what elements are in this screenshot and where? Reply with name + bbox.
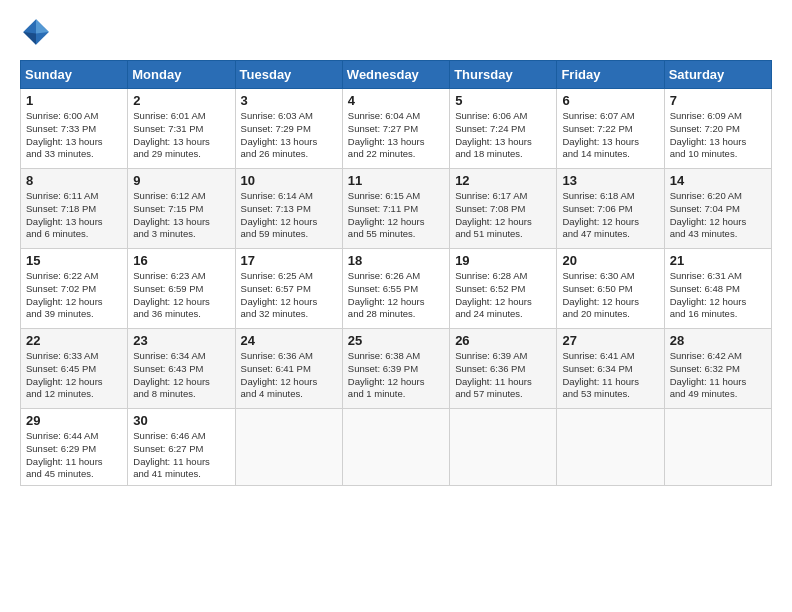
day-info: Sunrise: 6:25 AM Sunset: 6:57 PM Dayligh… [241,270,337,321]
calendar-header: SundayMondayTuesdayWednesdayThursdayFrid… [21,61,772,89]
empty-cell [342,409,449,486]
day-number: 15 [26,253,122,268]
day-number: 23 [133,333,229,348]
day-info: Sunrise: 6:04 AM Sunset: 7:27 PM Dayligh… [348,110,444,161]
day-number: 17 [241,253,337,268]
day-cell-7: 7Sunrise: 6:09 AM Sunset: 7:20 PM Daylig… [664,89,771,169]
day-info: Sunrise: 6:07 AM Sunset: 7:22 PM Dayligh… [562,110,658,161]
day-number: 8 [26,173,122,188]
day-info: Sunrise: 6:34 AM Sunset: 6:43 PM Dayligh… [133,350,229,401]
day-info: Sunrise: 6:01 AM Sunset: 7:31 PM Dayligh… [133,110,229,161]
week-row-5: 29Sunrise: 6:44 AM Sunset: 6:29 PM Dayli… [21,409,772,486]
calendar-table: SundayMondayTuesdayWednesdayThursdayFrid… [20,60,772,486]
weekday-header-wednesday: Wednesday [342,61,449,89]
day-info: Sunrise: 6:00 AM Sunset: 7:33 PM Dayligh… [26,110,122,161]
day-cell-14: 14Sunrise: 6:20 AM Sunset: 7:04 PM Dayli… [664,169,771,249]
week-row-4: 22Sunrise: 6:33 AM Sunset: 6:45 PM Dayli… [21,329,772,409]
weekday-header-thursday: Thursday [450,61,557,89]
day-cell-10: 10Sunrise: 6:14 AM Sunset: 7:13 PM Dayli… [235,169,342,249]
day-number: 7 [670,93,766,108]
day-info: Sunrise: 6:39 AM Sunset: 6:36 PM Dayligh… [455,350,551,401]
day-cell-21: 21Sunrise: 6:31 AM Sunset: 6:48 PM Dayli… [664,249,771,329]
page: SundayMondayTuesdayWednesdayThursdayFrid… [0,0,792,612]
day-info: Sunrise: 6:03 AM Sunset: 7:29 PM Dayligh… [241,110,337,161]
day-cell-3: 3Sunrise: 6:03 AM Sunset: 7:29 PM Daylig… [235,89,342,169]
day-cell-13: 13Sunrise: 6:18 AM Sunset: 7:06 PM Dayli… [557,169,664,249]
day-number: 18 [348,253,444,268]
day-info: Sunrise: 6:36 AM Sunset: 6:41 PM Dayligh… [241,350,337,401]
day-number: 26 [455,333,551,348]
week-row-1: 1Sunrise: 6:00 AM Sunset: 7:33 PM Daylig… [21,89,772,169]
day-cell-19: 19Sunrise: 6:28 AM Sunset: 6:52 PM Dayli… [450,249,557,329]
day-cell-2: 2Sunrise: 6:01 AM Sunset: 7:31 PM Daylig… [128,89,235,169]
day-number: 12 [455,173,551,188]
day-cell-23: 23Sunrise: 6:34 AM Sunset: 6:43 PM Dayli… [128,329,235,409]
weekday-header-friday: Friday [557,61,664,89]
day-info: Sunrise: 6:41 AM Sunset: 6:34 PM Dayligh… [562,350,658,401]
day-number: 4 [348,93,444,108]
header [20,16,772,48]
day-info: Sunrise: 6:26 AM Sunset: 6:55 PM Dayligh… [348,270,444,321]
day-info: Sunrise: 6:23 AM Sunset: 6:59 PM Dayligh… [133,270,229,321]
day-cell-1: 1Sunrise: 6:00 AM Sunset: 7:33 PM Daylig… [21,89,128,169]
day-cell-27: 27Sunrise: 6:41 AM Sunset: 6:34 PM Dayli… [557,329,664,409]
day-cell-4: 4Sunrise: 6:04 AM Sunset: 7:27 PM Daylig… [342,89,449,169]
day-cell-29: 29Sunrise: 6:44 AM Sunset: 6:29 PM Dayli… [21,409,128,486]
day-info: Sunrise: 6:22 AM Sunset: 7:02 PM Dayligh… [26,270,122,321]
day-number: 30 [133,413,229,428]
day-cell-16: 16Sunrise: 6:23 AM Sunset: 6:59 PM Dayli… [128,249,235,329]
day-number: 9 [133,173,229,188]
day-number: 5 [455,93,551,108]
day-info: Sunrise: 6:12 AM Sunset: 7:15 PM Dayligh… [133,190,229,241]
svg-marker-2 [23,32,36,45]
day-info: Sunrise: 6:14 AM Sunset: 7:13 PM Dayligh… [241,190,337,241]
day-cell-25: 25Sunrise: 6:38 AM Sunset: 6:39 PM Dayli… [342,329,449,409]
svg-marker-1 [36,19,49,33]
day-number: 21 [670,253,766,268]
day-number: 3 [241,93,337,108]
day-number: 14 [670,173,766,188]
day-cell-15: 15Sunrise: 6:22 AM Sunset: 7:02 PM Dayli… [21,249,128,329]
day-number: 24 [241,333,337,348]
day-cell-30: 30Sunrise: 6:46 AM Sunset: 6:27 PM Dayli… [128,409,235,486]
day-cell-28: 28Sunrise: 6:42 AM Sunset: 6:32 PM Dayli… [664,329,771,409]
empty-cell [557,409,664,486]
day-info: Sunrise: 6:15 AM Sunset: 7:11 PM Dayligh… [348,190,444,241]
day-cell-18: 18Sunrise: 6:26 AM Sunset: 6:55 PM Dayli… [342,249,449,329]
day-cell-12: 12Sunrise: 6:17 AM Sunset: 7:08 PM Dayli… [450,169,557,249]
day-number: 29 [26,413,122,428]
day-info: Sunrise: 6:28 AM Sunset: 6:52 PM Dayligh… [455,270,551,321]
day-number: 6 [562,93,658,108]
day-cell-20: 20Sunrise: 6:30 AM Sunset: 6:50 PM Dayli… [557,249,664,329]
empty-cell [235,409,342,486]
day-cell-22: 22Sunrise: 6:33 AM Sunset: 6:45 PM Dayli… [21,329,128,409]
day-cell-11: 11Sunrise: 6:15 AM Sunset: 7:11 PM Dayli… [342,169,449,249]
empty-cell [450,409,557,486]
day-number: 2 [133,93,229,108]
logo-icon [20,16,52,48]
day-info: Sunrise: 6:09 AM Sunset: 7:20 PM Dayligh… [670,110,766,161]
day-number: 10 [241,173,337,188]
day-cell-9: 9Sunrise: 6:12 AM Sunset: 7:15 PM Daylig… [128,169,235,249]
day-info: Sunrise: 6:46 AM Sunset: 6:27 PM Dayligh… [133,430,229,481]
day-cell-6: 6Sunrise: 6:07 AM Sunset: 7:22 PM Daylig… [557,89,664,169]
day-info: Sunrise: 6:42 AM Sunset: 6:32 PM Dayligh… [670,350,766,401]
weekday-header-tuesday: Tuesday [235,61,342,89]
day-number: 16 [133,253,229,268]
day-info: Sunrise: 6:30 AM Sunset: 6:50 PM Dayligh… [562,270,658,321]
day-cell-26: 26Sunrise: 6:39 AM Sunset: 6:36 PM Dayli… [450,329,557,409]
day-number: 22 [26,333,122,348]
empty-cell [664,409,771,486]
weekday-header-saturday: Saturday [664,61,771,89]
day-info: Sunrise: 6:38 AM Sunset: 6:39 PM Dayligh… [348,350,444,401]
day-info: Sunrise: 6:17 AM Sunset: 7:08 PM Dayligh… [455,190,551,241]
calendar-body: 1Sunrise: 6:00 AM Sunset: 7:33 PM Daylig… [21,89,772,486]
day-info: Sunrise: 6:44 AM Sunset: 6:29 PM Dayligh… [26,430,122,481]
day-info: Sunrise: 6:31 AM Sunset: 6:48 PM Dayligh… [670,270,766,321]
day-number: 1 [26,93,122,108]
day-number: 25 [348,333,444,348]
day-cell-5: 5Sunrise: 6:06 AM Sunset: 7:24 PM Daylig… [450,89,557,169]
logo [20,16,56,48]
day-info: Sunrise: 6:18 AM Sunset: 7:06 PM Dayligh… [562,190,658,241]
day-info: Sunrise: 6:06 AM Sunset: 7:24 PM Dayligh… [455,110,551,161]
